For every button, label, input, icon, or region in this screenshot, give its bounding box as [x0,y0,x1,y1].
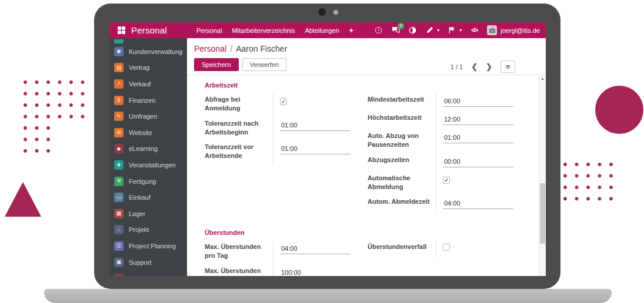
auto-abzug-pausenzeiten-input[interactable] [443,133,513,143]
field-label: Höchstarbeitszeit [368,112,436,130]
scrollbar-thumb[interactable] [540,183,545,244]
sidebar-item-verkauf[interactable]: ↗Verkauf [109,76,187,92]
automatische-abmeldung-checkbox[interactable] [443,177,450,184]
field-row: Überstundenverfall [368,241,518,258]
pager-prev-icon[interactable]: ❮ [471,63,478,70]
activity-clock-icon[interactable] [374,26,383,35]
chevron-down-icon[interactable]: ▾ [459,28,462,33]
pager: 1 / 1 ❮ ❯ ≡ [451,60,515,73]
field-label: Auto. Abzug von Pausenzeiten [368,130,436,154]
breadcrumb-separator: / [230,44,232,53]
menu-abteilungen[interactable]: Abteilungen [305,27,339,34]
sidebar-item-finanzen[interactable]: $Finanzen [109,92,187,109]
sidebar-item-projekt[interactable]: ⌂Projekt [109,222,187,238]
breadcrumb: Personal / Aaron Fischer [194,44,546,53]
messages-icon[interactable]: 2 [391,26,400,35]
sidebar-item-zeiterfassung[interactable]: ◷Zeiterfassung [109,270,187,276]
pager-count: 1 / 1 [451,63,463,70]
sidebar-item-label: Website [129,129,152,136]
sidebar-item-elearning[interactable]: ◆eLearning [109,141,187,157]
field-row: Abfrage bei Anmeldung [205,93,355,117]
sidebar-item-einkauf[interactable]: ▭Einkauf [109,189,187,206]
section-ueberstunden: Überstunden Max. Überstunden pro Tag Max… [205,229,533,276]
chevron-down-icon[interactable]: ▾ [437,28,439,33]
sidebar-item-label: Vertrag [129,64,149,71]
menu-add-button[interactable]: + [349,26,354,35]
view-menu-icon[interactable]: ≡ [500,60,515,73]
sidebar-item-veranstaltungen[interactable]: ◈Veranstaltungen [109,157,187,173]
toleranzzeit-nach-arbeitsbeginn-input[interactable] [280,121,351,131]
group-right: Mindestarbeitszeit Höchstarbeitszeit Aut… [368,93,518,214]
max-ueberstunden-gesamt-input[interactable] [280,268,351,276]
pager-next-icon[interactable]: ❯ [486,63,492,70]
finanzen-icon: $ [114,96,124,105]
toleranzzeit-vor-arbeitsende-input[interactable] [280,144,351,154]
field-label: Max. Überstunden pro Tag [205,241,273,265]
sidebar-item-fertigung[interactable]: ⚒Fertigung [109,173,187,190]
dark-mode-icon[interactable] [408,26,417,35]
group-left: Abfrage bei Anmeldung Toleranzzeit nach … [205,93,355,214]
lager-icon: ▦ [114,209,124,218]
scroll-up-icon[interactable]: ▲ [539,77,546,80]
sidebar-item-kundenverwaltung[interactable]: ◉Kundenverwaltung [109,43,187,60]
vertical-scrollbar[interactable]: ▲ [539,75,546,276]
sidebar-item-project-planning[interactable]: ⒶProject Planning [109,238,187,254]
flag-icon[interactable] [448,26,456,35]
sidebar-item-label: Project Planning [129,243,176,250]
field-label: Toleranzzeit vor Arbeitsende [205,141,273,165]
sidebar-item-umfragen[interactable]: ✎Umfragen [109,108,187,124]
user-menu[interactable]: joergl@itis.de [487,25,540,35]
field-row: Auto. Abzug von Pausenzeiten [368,130,518,154]
app-title: Personal [131,25,167,35]
decorative-triangle [5,182,41,217]
website-icon: ⊕ [114,128,124,137]
top-menus: Personal Mitarbeiterverzeichnis Abteilun… [196,26,353,35]
sidebar-partial-icon [114,39,124,43]
discard-button[interactable]: Verwerfen [242,58,287,71]
sidebar-item-label: eLearning [129,145,158,152]
sidebar-item-support[interactable]: ▣Support [109,254,187,271]
section-title: Arbeitszeit [205,82,518,89]
autom-abmeldezeit-input[interactable] [443,199,513,209]
decorative-dot-grid-left-bottom [24,126,54,157]
mindestarbeitszeit-input[interactable] [443,97,513,107]
app-body: ◉Kundenverwaltung ▤Vertrag ↗Verkauf $Fin… [109,38,546,276]
sidebar-item-label: Projekt [129,226,149,233]
save-button[interactable]: Speichern [194,58,239,71]
breadcrumb-parent-link[interactable]: Personal [194,44,226,53]
sidebar-item-label: Veranstaltungen [129,161,176,169]
section-arbeitszeit: Arbeitszeit Abfrage bei Anmeldung Tolera… [205,82,533,214]
ueberstundenverfall-checkbox[interactable] [443,244,450,251]
sidebar-item-website[interactable]: ⊕Website [109,124,187,141]
field-row: Toleranzzeit vor Arbeitsende [205,141,355,165]
field-row: Toleranzzeit nach Arbeitsbeginn [205,117,355,142]
tablet-sensor-icon [333,10,338,15]
section-title: Überstunden [205,229,518,236]
apps-menu-icon[interactable] [118,26,125,34]
systray: 2 ▾ ▾ </> joergl@itis.de [374,25,540,35]
tablet-stand [44,289,612,303]
sidebar-item-vertrag[interactable]: ▤Vertrag [109,60,187,76]
abfrage-bei-anmeldung-checkbox[interactable] [280,98,287,105]
field-label: Abzugszeiten [368,154,436,172]
decorative-circle [595,86,643,134]
menu-personal[interactable]: Personal [196,27,222,34]
field-label: Mindestarbeitszeit [368,93,436,112]
menu-mitarbeiterverzeichnis[interactable]: Mitarbeiterverzeichnis [232,27,295,34]
group-left: Max. Überstunden pro Tag Max. Überstunde… [205,241,355,276]
hoechstarbeitszeit-input[interactable] [443,115,513,125]
decorative-dot-grid-left-top [24,80,88,120]
verkauf-icon: ↗ [114,79,124,89]
main-panel: Personal / Aaron Fischer Speichern Verwe… [187,38,546,276]
field-row: Max. Überstunden pro Tag [205,241,355,265]
field-row: Max. Überstunden gesamt [205,265,355,276]
sidebar-item-label: Verkauf [129,80,151,87]
abzugszeiten-input[interactable] [443,157,513,167]
field-label: Automatische Abmeldung [368,172,436,196]
edit-pencil-icon[interactable] [425,26,434,35]
sidebar-item-lager[interactable]: ▦Lager [109,206,187,222]
sidebar-item-label: Einkauf [129,194,151,201]
max-ueberstunden-pro-tag-input[interactable] [280,244,351,254]
sidebar-item-label: Fertigung [129,178,156,185]
developer-code-icon[interactable]: </> [470,26,479,35]
